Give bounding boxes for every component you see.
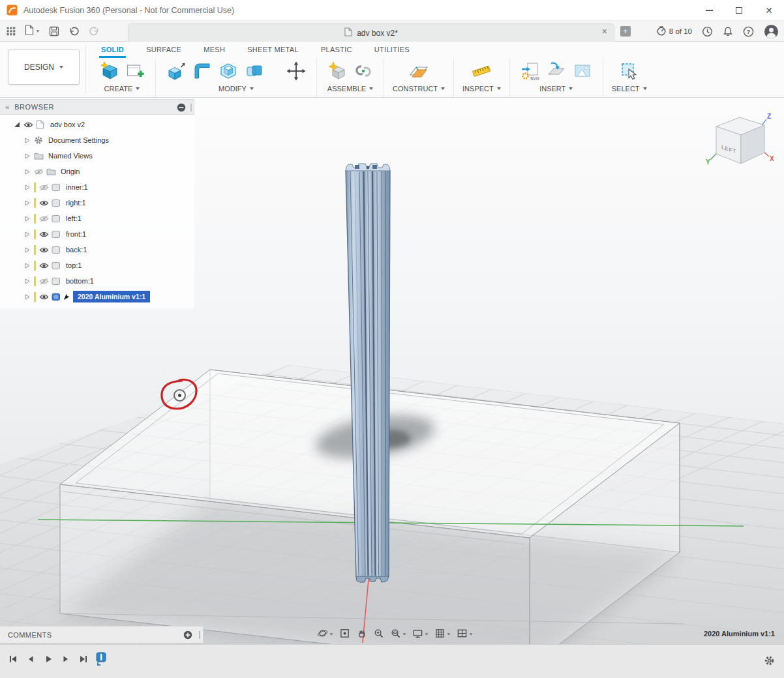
expand-arrow-icon[interactable]	[25, 184, 34, 190]
ribbon-tab-sheet-metal[interactable]: SHEET METAL	[236, 42, 310, 58]
browser-item-front-1[interactable]: front:1	[0, 226, 194, 242]
app-grid-button[interactable]	[7, 27, 16, 36]
move-icon[interactable]	[284, 59, 308, 83]
go-start-button[interactable]	[5, 653, 21, 668]
timeline-position-marker[interactable]	[95, 652, 108, 666]
ribbon-tab-solid[interactable]: SOLID	[90, 42, 135, 58]
document-tab[interactable]: adv box v2* ×	[128, 23, 614, 42]
zoom-window-button[interactable]	[387, 626, 409, 642]
browser-item-label[interactable]: adv box v2	[50, 121, 85, 128]
zoom-button[interactable]	[370, 626, 387, 642]
close-button[interactable]: ✕	[754, 0, 784, 21]
step-forward-button[interactable]	[58, 653, 74, 668]
add-comment-button[interactable]	[183, 630, 192, 640]
ribbon-group-label[interactable]: CREATE	[104, 85, 140, 93]
browser-item-label[interactable]: top:1	[66, 261, 82, 269]
step-back-button[interactable]	[23, 653, 38, 668]
timeline-settings-gear-icon[interactable]	[764, 655, 775, 666]
measure-icon[interactable]	[470, 59, 493, 83]
undo-button[interactable]	[68, 26, 80, 37]
expand-arrow-icon[interactable]	[25, 231, 34, 237]
recent-activity-button[interactable]	[702, 26, 713, 37]
expand-arrow-icon[interactable]	[25, 153, 34, 159]
new-component-icon[interactable]	[325, 59, 349, 83]
eye-visible-icon[interactable]	[39, 231, 52, 238]
browser-item-origin[interactable]: Origin	[0, 164, 194, 179]
file-menu-button[interactable]	[25, 25, 40, 38]
expand-arrow-icon[interactable]	[25, 263, 34, 269]
go-end-button[interactable]	[76, 653, 91, 668]
ribbon-group-label[interactable]: ASSEMBLE	[327, 85, 373, 93]
help-button[interactable]: ?	[743, 26, 754, 37]
browser-item-label[interactable]: inner:1	[66, 183, 88, 191]
look-at-button[interactable]	[337, 626, 353, 642]
eye-visible-icon[interactable]	[39, 293, 52, 301]
comments-grip[interactable]	[199, 631, 200, 639]
redo-button[interactable]	[89, 26, 100, 37]
eye-visible-icon[interactable]	[23, 121, 36, 128]
browser-item-back-1[interactable]: back:1	[0, 242, 194, 258]
shell-icon[interactable]	[217, 59, 240, 83]
ribbon-group-label[interactable]: INSERT	[539, 85, 573, 93]
browser-item-2020-aluminium-v1-1[interactable]: 2020 Aluminium v1:1	[0, 289, 194, 304]
notifications-button[interactable]	[723, 26, 733, 37]
expand-arrow-icon[interactable]	[25, 278, 34, 284]
canvas-image-icon[interactable]	[571, 59, 594, 83]
design-workspace-selector[interactable]: DESIGN	[8, 50, 80, 85]
browser-item-bottom-1[interactable]: bottom:1	[0, 273, 194, 289]
new-solid-icon[interactable]	[97, 59, 121, 83]
eye-hidden-icon[interactable]	[39, 184, 52, 191]
ribbon-group-label[interactable]: INSPECT	[462, 85, 501, 93]
derive-icon[interactable]	[545, 59, 568, 83]
browser-minimize-button[interactable]	[177, 103, 186, 112]
browser-item-label[interactable]: right:1	[66, 199, 86, 207]
fillet-icon[interactable]	[190, 59, 214, 83]
tab-close-button[interactable]: ×	[602, 27, 607, 36]
comments-bar[interactable]: COMMENTS	[0, 626, 204, 643]
browser-item-label[interactable]: bottom:1	[66, 277, 94, 285]
ribbon-tab-utilities[interactable]: UTILITIES	[363, 42, 421, 58]
avatar[interactable]	[764, 24, 779, 39]
orbit-button[interactable]	[314, 626, 336, 642]
joint-icon[interactable]	[352, 59, 375, 83]
browser-item-label[interactable]: Origin	[61, 168, 80, 175]
job-status-button[interactable]: 8 of 10	[656, 25, 692, 37]
select-icon[interactable]	[618, 59, 641, 83]
expand-arrow-icon[interactable]	[25, 294, 34, 300]
browser-item-label[interactable]: Document Settings	[48, 136, 109, 144]
ribbon-tab-plastic[interactable]: PLASTIC	[310, 42, 363, 58]
insert-svg-icon[interactable]: SVG	[519, 59, 542, 83]
expand-arrow-icon[interactable]	[25, 200, 34, 206]
press-pull-icon[interactable]	[164, 59, 188, 83]
browser-item-label[interactable]: 2020 Aluminium v1:1	[73, 291, 150, 302]
browser-item-label[interactable]: left:1	[66, 214, 82, 222]
ribbon-tab-surface[interactable]: SURFACE	[135, 42, 192, 58]
eye-hidden-icon[interactable]	[39, 278, 52, 285]
ribbon-group-label[interactable]: MODIFY	[219, 85, 254, 93]
save-button[interactable]	[49, 26, 59, 37]
browser-item-label[interactable]: back:1	[66, 246, 87, 254]
grid-settings-button[interactable]	[432, 626, 453, 642]
browser-item-document-settings[interactable]: Document Settings	[0, 132, 194, 148]
construct-plane-icon[interactable]	[407, 59, 430, 83]
browser-item-root[interactable]: adv box v2	[0, 117, 194, 132]
eye-hidden-icon[interactable]	[34, 168, 46, 175]
browser-resize-grip[interactable]	[190, 104, 192, 111]
browser-item-inner-1[interactable]: inner:1	[0, 179, 194, 195]
ribbon-tab-mesh[interactable]: MESH	[192, 42, 236, 58]
expand-arrow-icon[interactable]	[25, 138, 34, 143]
expand-arrow-icon[interactable]	[14, 122, 23, 127]
browser-item-label[interactable]: front:1	[66, 230, 86, 238]
create-sketch-icon[interactable]	[123, 59, 147, 83]
ribbon-group-label[interactable]: CONSTRUCT	[393, 85, 445, 93]
expand-arrow-icon[interactable]	[25, 247, 34, 253]
browser-item-label[interactable]: Named Views	[48, 152, 93, 160]
eye-visible-icon[interactable]	[39, 199, 52, 207]
pan-button[interactable]	[354, 626, 370, 642]
browser-item-named-views[interactable]: Named Views	[0, 148, 194, 164]
eye-visible-icon[interactable]	[39, 262, 52, 269]
maximize-button[interactable]	[724, 0, 754, 21]
expand-arrow-icon[interactable]	[25, 169, 34, 175]
minimize-button[interactable]	[694, 0, 724, 21]
new-tab-button[interactable]: +	[620, 26, 631, 37]
